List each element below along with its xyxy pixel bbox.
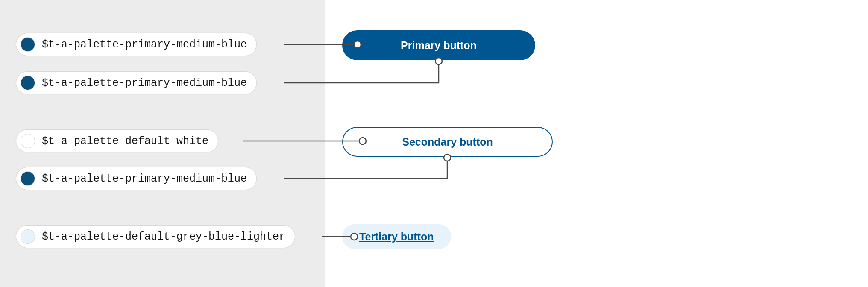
tertiary-button[interactable]: Tertiary button xyxy=(342,224,451,249)
token-pill-secondary-border: $t-a-palette-primary-medium-blue xyxy=(16,167,257,190)
button-label: Primary button xyxy=(401,39,477,52)
secondary-button[interactable]: Secondary button xyxy=(342,127,553,157)
token-pill-primary-bg: $t-a-palette-primary-medium-blue xyxy=(16,33,257,56)
token-label: $t-a-palette-primary-medium-blue xyxy=(42,77,247,89)
button-label: Secondary button xyxy=(402,136,493,148)
token-label: $t-a-palette-primary-medium-blue xyxy=(42,173,247,185)
swatch-icon xyxy=(21,171,35,186)
swatch-icon xyxy=(21,76,35,90)
swatch-icon xyxy=(21,229,35,244)
token-pill-tertiary-bg: $t-a-palette-default-grey-blue-lighter xyxy=(16,225,295,248)
token-label: $t-a-palette-default-white xyxy=(42,135,208,147)
button-label: Tertiary button xyxy=(359,231,434,243)
primary-button[interactable]: Primary button xyxy=(342,30,535,60)
swatch-icon xyxy=(21,37,35,52)
design-spec-canvas: $t-a-palette-primary-medium-blue $t-a-pa… xyxy=(0,0,868,287)
token-pill-primary-text: $t-a-palette-primary-medium-blue xyxy=(16,71,257,94)
token-label: $t-a-palette-primary-medium-blue xyxy=(42,38,247,51)
token-pill-secondary-bg: $t-a-palette-default-white xyxy=(16,129,218,152)
swatch-icon xyxy=(21,134,35,148)
token-label: $t-a-palette-default-grey-blue-lighter xyxy=(42,231,285,243)
